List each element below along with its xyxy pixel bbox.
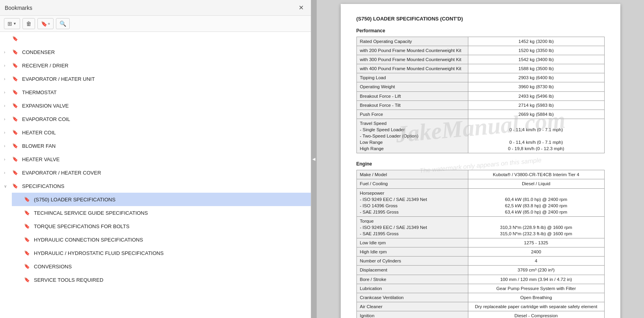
grid-icon: ⊞: [7, 20, 12, 27]
bookmark-item-s750-loader-specs[interactable]: 🔖(S750) LOADER SPECIFICATIONS: [12, 193, 311, 206]
spec-value: Dry replaceable paper cartridge with sep…: [468, 302, 604, 311]
close-button[interactable]: ✕: [296, 3, 306, 12]
bookmark-label: HYDRAULIC CONNECTION SPECIFICATIONS: [34, 237, 307, 243]
table-row: Breakout Force - Tilt2714 kg (5983 lb): [356, 100, 604, 110]
engine-section: Engine Make / ModelKubota® / V3800-CR-TE…: [356, 161, 605, 318]
spec-value: 3769 cm³ (230 in³): [468, 266, 604, 275]
bookmark-icon: 🔖: [23, 249, 31, 257]
spec-label: Ignition: [356, 311, 468, 318]
table-row: Crankcase VentilationOpen Breathing: [356, 293, 604, 302]
chevron-icon: ›: [4, 90, 11, 95]
bookmark-item-heater-valve[interactable]: ›🔖HEATER VALVE: [0, 152, 311, 166]
spec-label: High Idle rpm: [356, 247, 468, 257]
bookmark-item-torque-specs[interactable]: 🔖TORQUE SPECIFICATIONS FOR BOLTS: [12, 219, 311, 233]
bookmark-icon: 🔖: [11, 88, 19, 96]
bookmark-item-evaporator-heater-cover[interactable]: ›🔖EVAPORATOR / HEATER COVER: [0, 166, 311, 179]
bookmark-icon: 🔖: [11, 155, 19, 163]
table-row: Air CleanerDry replaceable paper cartrid…: [356, 302, 604, 311]
bookmark-label: SERVICE TOOLS REQUIRED: [34, 277, 307, 283]
chevron-icon: ›: [4, 50, 11, 54]
bookmark-label: EVAPORATOR / HEATER UNIT: [22, 76, 307, 82]
spec-value: 1588 kg (3500 lb): [468, 64, 604, 73]
table-row: LubricationGear Pump Pressure System wit…: [356, 284, 604, 293]
bookmark-item-expansion-valve[interactable]: ›🔖EXPANSION VALVE: [0, 99, 311, 112]
bookmarks-list-container[interactable]: 🔖›🔖CONDENSER›🔖RECEIVER / DRIER›🔖EVAPORAT…: [0, 32, 311, 318]
spec-value: 2400: [468, 247, 604, 257]
search-icon: 🔍: [59, 20, 66, 27]
spec-value: 1542 kg (3400 lb): [468, 55, 604, 64]
table-row: Displacement3769 cm³ (230 in³): [356, 266, 604, 275]
bookmark-add-icon: 🔖: [41, 21, 47, 27]
spec-label: with 200 Pound Frame Mounted Counterweig…: [356, 46, 468, 55]
chevron-icon: ›: [4, 171, 11, 175]
delete-bookmark-button[interactable]: 🗑: [22, 18, 35, 29]
bookmark-icon: 🔖: [23, 276, 31, 284]
spec-value: 1452 kg (3200 lb): [468, 37, 604, 46]
bookmark-icon: 🔖: [11, 35, 19, 43]
bookmark-icon: 🔖: [23, 236, 31, 244]
bookmark-label: (S750) LOADER SPECIFICATIONS: [34, 197, 307, 203]
bookmark-item-blower-fan[interactable]: ›🔖BLOWER FAN: [0, 139, 311, 152]
bookmark-icon: 🔖: [11, 169, 19, 177]
panel-collapse-handle[interactable]: ◀: [311, 0, 317, 318]
chevron-icon: ›: [4, 117, 11, 121]
bookmark-icon: 🔖: [23, 209, 31, 217]
spec-value: 310,3 N*m (228.9 ft-lb) @ 1600 rpm 315,0…: [468, 216, 604, 238]
spec-label: Breakout Force - Lift: [356, 91, 468, 100]
page-content: JakeManual.com The watermark only appear…: [341, 4, 620, 318]
spec-value: 2493 kg (5496 lb): [468, 91, 604, 100]
spec-label: Number of Cylinders: [356, 257, 468, 266]
spec-label: Low Idle rpm: [356, 238, 468, 247]
spec-label: Breakout Force - Tilt: [356, 100, 468, 110]
bookmark-item-thermostat[interactable]: ›🔖THERMOSTAT: [0, 86, 311, 99]
search-bookmark-button[interactable]: 🔍: [56, 18, 70, 29]
page-title: (S750) LOADER SPECIFICATIONS (CONT'D): [356, 16, 605, 22]
chevron-icon: ›: [4, 63, 11, 68]
spec-value: 100 mm / 120 mm (3.94 in / 4.72 in): [468, 275, 604, 284]
bookmarks-header: Bookmarks ✕: [0, 0, 311, 16]
spec-value: 0 - 11,4 km/h (0 - 7.1 mph) 0 - 11,4 km/…: [468, 119, 604, 153]
trash-icon: 🗑: [26, 20, 32, 27]
bookmark-item-hydraulic-hydrostatic[interactable]: 🔖HYDRAULIC / HYDROSTATIC FLUID SPECIFICA…: [12, 246, 311, 260]
bookmark-label: EVAPORATOR COIL: [22, 116, 307, 122]
dropdown-arrow-icon: ▼: [13, 22, 17, 26]
bookmark-item-service-tools[interactable]: 🔖SERVICE TOOLS REQUIRED: [12, 273, 311, 286]
spec-label: Horsepower - ISO 9249 EEC / SAE J1349 Ne…: [356, 188, 468, 216]
bookmark-item-evaporator-coil[interactable]: ›🔖EVAPORATOR COIL: [0, 112, 311, 126]
bookmark-item-top-dots[interactable]: 🔖: [0, 32, 311, 45]
bookmark-item-receiver-drier[interactable]: ›🔖RECEIVER / DRIER: [0, 59, 311, 72]
bookmark-label: TORQUE SPECIFICATIONS FOR BOLTS: [34, 223, 307, 229]
plus-icon: +: [48, 21, 50, 26]
content-panel: JakeManual.com The watermark only appear…: [317, 0, 644, 318]
bookmark-icon: 🔖: [23, 222, 31, 230]
bookmark-label: RECEIVER / DRIER: [22, 63, 307, 69]
chevron-icon: ›: [4, 157, 11, 162]
bookmark-item-conversions[interactable]: 🔖CONVERSIONS: [12, 260, 311, 273]
chevron-left-icon: ◀: [312, 157, 316, 161]
bookmark-item-hydraulic-connection[interactable]: 🔖HYDRAULIC CONNECTION SPECIFICATIONS: [12, 233, 311, 246]
spec-label: Make / Model: [356, 170, 468, 179]
spec-label: Operating Weight: [356, 82, 468, 91]
spec-label: Fuel / Cooling: [356, 179, 468, 188]
bookmark-item-evaporator-heater-unit[interactable]: ›🔖EVAPORATOR / HEATER UNIT: [0, 72, 311, 86]
grid-view-button[interactable]: ⊞ ▼: [4, 18, 20, 29]
bookmark-icon: 🔖: [11, 48, 19, 56]
add-bookmark-button[interactable]: 🔖 +: [37, 18, 54, 29]
bookmark-icon: 🔖: [11, 128, 19, 136]
bookmark-label: CONVERSIONS: [34, 264, 307, 270]
table-row: Operating Weight3960 kg (8730 lb): [356, 82, 604, 91]
chevron-icon: ›: [4, 104, 11, 108]
spec-label: Crankcase Ventilation: [356, 293, 468, 302]
table-row: with 200 Pound Frame Mounted Counterweig…: [356, 46, 604, 55]
bookmark-label: CONDENSER: [22, 49, 307, 55]
chevron-icon: ›: [4, 144, 11, 148]
bookmark-item-technical-service[interactable]: 🔖TECHINCAL SERVICE GUIDE SPECIFICATIONS: [12, 206, 311, 219]
bookmark-item-specifications[interactable]: ∨🔖SPECIFICATIONS: [0, 179, 311, 193]
spec-label: Torque - ISO 9249 EEC / SAE J1349 Net - …: [356, 216, 468, 238]
bookmark-item-condenser[interactable]: ›🔖CONDENSER: [0, 45, 311, 59]
spec-label: with 400 Pound Frame Mounted Counterweig…: [356, 64, 468, 73]
performance-table: Rated Operating Capacity1452 kg (3200 lb…: [356, 37, 605, 153]
bookmark-item-heater-coil[interactable]: ›🔖HEATER COIL: [0, 126, 311, 139]
spec-value: 1520 kg (3350 lb): [468, 46, 604, 55]
bookmark-label: BLOWER FAN: [22, 143, 307, 149]
